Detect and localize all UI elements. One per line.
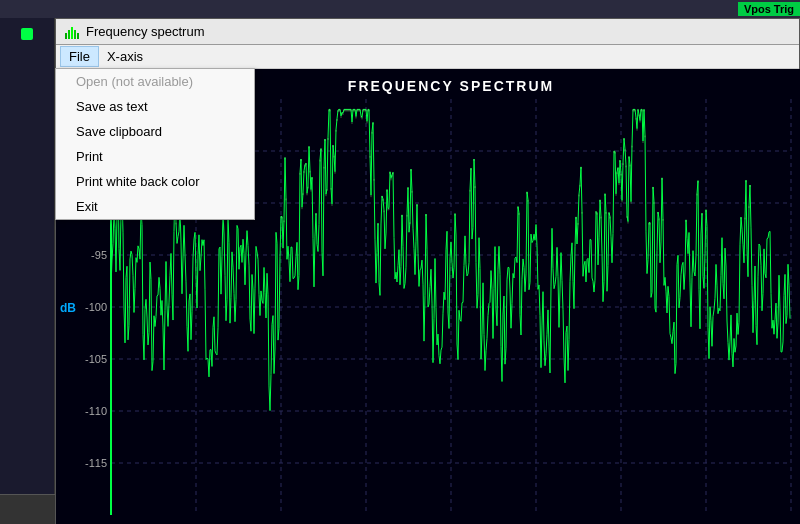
spectrum-icon <box>64 24 80 40</box>
menu-bar: File X-axis <box>56 45 799 69</box>
menu-print-white[interactable]: Print white back color <box>56 169 254 194</box>
left-controls <box>0 18 54 42</box>
svg-rect-3 <box>74 30 76 39</box>
menu-save-clipboard[interactable]: Save clipboard <box>56 119 254 144</box>
file-dropdown: Open (not available) Save as text Save c… <box>55 68 255 220</box>
menu-file[interactable]: File <box>60 46 99 67</box>
left-strip <box>0 18 55 524</box>
vpos-trig-badge: Vpos Trig <box>738 2 800 16</box>
menu-open: Open (not available) <box>56 69 254 94</box>
top-bar: Vpos Trig <box>0 0 800 18</box>
svg-rect-0 <box>65 33 67 39</box>
menu-exit[interactable]: Exit <box>56 194 254 219</box>
window-title: Frequency spectrum <box>86 24 205 39</box>
svg-rect-1 <box>68 30 70 39</box>
window-titlebar: Frequency spectrum <box>56 19 799 45</box>
svg-rect-2 <box>71 27 73 39</box>
menu-save-text[interactable]: Save as text <box>56 94 254 119</box>
svg-rect-4 <box>77 33 79 39</box>
menu-xaxis[interactable]: X-axis <box>99 47 151 66</box>
scroll-area[interactable] <box>0 494 55 524</box>
indicator-green <box>21 28 33 40</box>
menu-print[interactable]: Print <box>56 144 254 169</box>
